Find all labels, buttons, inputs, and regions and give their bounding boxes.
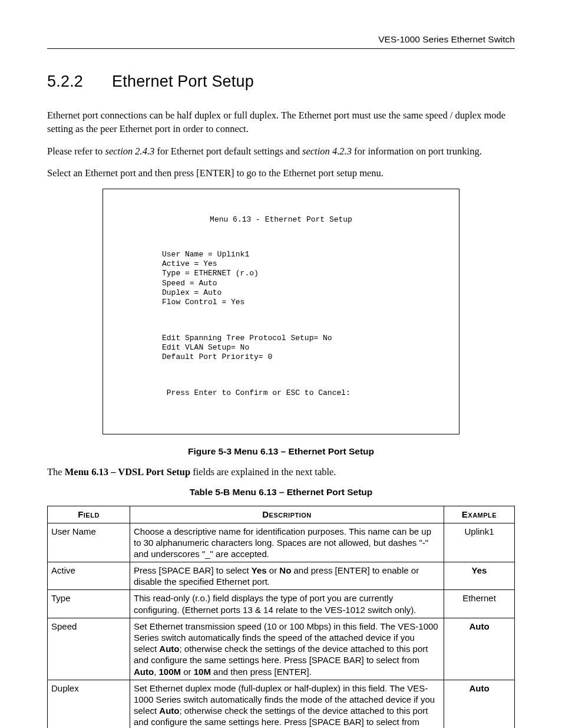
cell-description: Choose a descriptive name for identifica…: [130, 523, 444, 562]
table-row: TypeThis read-only (r.o.) field displays…: [48, 590, 515, 618]
cell-field: Active: [48, 562, 130, 590]
cell-example: Auto: [444, 618, 515, 680]
cell-example: Yes: [444, 562, 515, 590]
fields-table: Field Description Example User NameChoos…: [47, 506, 515, 728]
running-header: VES-1000 Series Ethernet Switch: [47, 34, 515, 49]
cell-example: Ethernet: [444, 590, 515, 618]
cell-example: Auto: [444, 680, 515, 728]
cell-field: Speed: [48, 618, 130, 680]
cell-field: Type: [48, 590, 130, 618]
table-row: ActivePress [SPACE BAR] to select Yes or…: [48, 562, 515, 590]
section-number: 5.2.2: [47, 73, 112, 91]
table-caption: Table 5-B Menu 6.13 – Ethernet Port Setu…: [47, 487, 515, 498]
paragraph-4: The Menu 6.13 – VDSL Port Setup fields a…: [47, 465, 515, 479]
cell-field: User Name: [48, 523, 130, 562]
terminal-title: Menu 6.13 - Ethernet Port Setup: [115, 215, 447, 225]
section-heading: 5.2.2Ethernet Port Setup: [47, 73, 515, 91]
table-row: SpeedSet Ethernet transmission speed (10…: [48, 618, 515, 680]
th-field: Field: [48, 506, 130, 523]
table-header-row: Field Description Example: [48, 506, 515, 523]
cell-description: Press [SPACE BAR] to select Yes or No an…: [130, 562, 444, 590]
cell-example: Uplink1: [444, 523, 515, 562]
section-title: Ethernet Port Setup: [112, 73, 254, 90]
paragraph-1: Ethernet port connections can be half du…: [47, 108, 515, 136]
cell-description: This read-only (r.o.) field displays the…: [130, 590, 444, 618]
cell-description: Set Ethernet transmission speed (10 or 1…: [130, 618, 444, 680]
cell-field: Duplex: [48, 680, 130, 728]
terminal-prompt: Press Enter to Confirm or ESC to Cancel:: [162, 388, 447, 398]
terminal-screen: Menu 6.13 - Ethernet Port Setup User Nam…: [103, 189, 459, 434]
product-name: VES-1000 Series Ethernet Switch: [378, 34, 515, 45]
figure-caption: Figure 5-3 Menu 6.13 – Ethernet Port Set…: [47, 446, 515, 457]
cell-description: Set Ethernet duplex mode (full-duplex or…: [130, 680, 444, 728]
paragraph-3: Select an Ethernet port and then press […: [47, 166, 515, 180]
terminal-block-1: User Name = Uplink1 Active = Yes Type = …: [162, 250, 447, 308]
paragraph-2: Please refer to section 2.4.3 for Ethern…: [47, 144, 515, 158]
th-description: Description: [130, 506, 444, 523]
table-row: User NameChoose a descriptive name for i…: [48, 523, 515, 562]
terminal-block-2: Edit Spanning Tree Protocol Setup= No Ed…: [162, 334, 447, 363]
th-example: Example: [444, 506, 515, 523]
table-row: DuplexSet Ethernet duplex mode (full-dup…: [48, 680, 515, 728]
